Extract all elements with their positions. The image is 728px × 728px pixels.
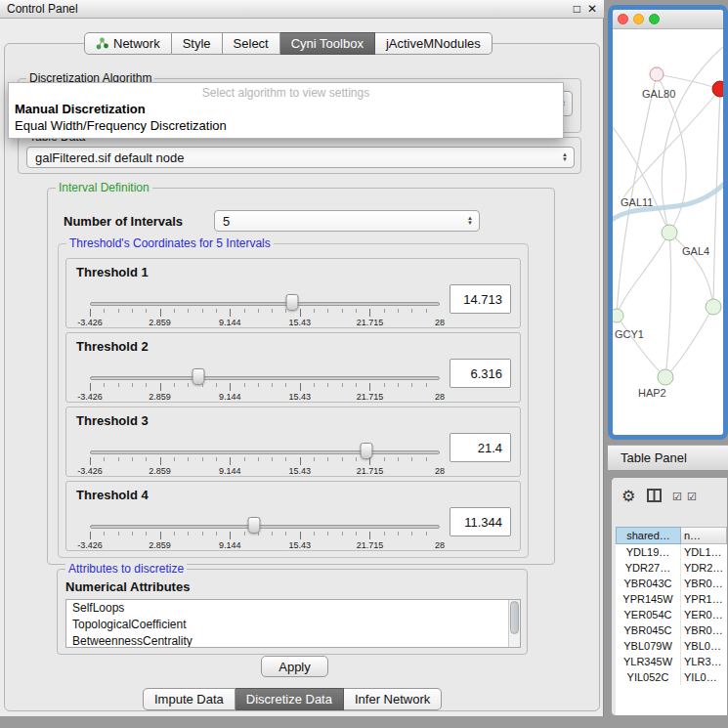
tab-label: jActiveMNodules <box>386 36 481 51</box>
threshold-3-panel: Threshold 3 -3.426 2.859 9.144 15.43 21.… <box>65 407 521 477</box>
threshold-1-slider[interactable]: -3.426 2.859 9.144 15.43 21.715 28 <box>90 294 440 327</box>
tab-discretize-data[interactable]: Discretize Data <box>236 688 344 710</box>
slider-track[interactable] <box>90 450 440 454</box>
node[interactable] <box>706 299 721 315</box>
tab-select[interactable]: Select <box>223 32 280 55</box>
thresholds-group: Threshold's Coordinates for 5 Intervals … <box>58 243 529 558</box>
list-scrollbar[interactable] <box>508 600 520 647</box>
checkbox-icon[interactable]: ☑ <box>687 491 697 503</box>
top-tabbar: Network Style Select Cyni Toolbox jActiv… <box>84 32 492 55</box>
tick-label: -3.426 <box>77 540 103 550</box>
cell[interactable]: YDR27… <box>616 560 681 576</box>
columns-icon[interactable] <box>647 489 662 502</box>
threshold-1-value-field[interactable]: 14.713 <box>450 284 511 314</box>
table-row[interactable]: YPR145WYPR1… <box>616 591 727 607</box>
node-gcy1[interactable] <box>613 309 623 322</box>
apply-button[interactable]: Apply <box>261 656 328 677</box>
cell[interactable]: YBL0… <box>681 638 727 654</box>
tick-label: 28 <box>435 392 445 402</box>
slider-track[interactable] <box>90 525 440 529</box>
tick-label: 21.715 <box>357 540 384 550</box>
list-item[interactable]: SelfLoops <box>66 600 520 617</box>
cell[interactable]: YPR145W <box>616 591 681 607</box>
numerical-attributes-list[interactable]: SelfLoops TopologicalCoefficient Between… <box>65 599 521 648</box>
table-row[interactable]: YER054CYER0… <box>616 607 727 622</box>
float-window-icon[interactable]: □ <box>574 2 580 16</box>
threshold-label: Threshold 1 <box>76 265 149 279</box>
table-data-combobox[interactable]: galFiltered.sif default node ▲▼ <box>26 147 575 168</box>
close-traffic-light[interactable] <box>618 14 628 24</box>
cell[interactable]: YDL1… <box>681 544 727 560</box>
cell[interactable]: YER054C <box>616 607 681 622</box>
number-of-intervals-combobox[interactable]: 5 ▲▼ <box>214 210 480 232</box>
threshold-3-value-field[interactable]: 21.4 <box>450 433 511 462</box>
table-row[interactable]: YBR045CYBR0… <box>616 622 727 638</box>
node-gal4[interactable] <box>662 225 677 240</box>
cell[interactable]: YLR3… <box>681 654 727 669</box>
window-title: Control Panel <box>7 2 567 16</box>
tab-network[interactable]: Network <box>84 32 172 55</box>
checkbox-icon[interactable]: ☑ <box>672 491 682 503</box>
table-data-group: Table Data galFiltered.sif default node … <box>18 137 581 174</box>
tab-label: Network <box>113 36 160 51</box>
network-canvas[interactable]: GAL80 GAL11 GAL4 GCY1 HAP2 <box>613 29 723 434</box>
slider-track[interactable] <box>90 302 440 306</box>
tick-label: 21.715 <box>357 466 384 476</box>
table-panel-header: Table Panel <box>608 445 728 471</box>
cell[interactable]: YPR1… <box>681 591 727 607</box>
table-body: YDL19…YDL1… YDR27…YDR2… YBR043CYBR0… YPR… <box>616 544 727 715</box>
tick-label: 9.144 <box>219 466 241 476</box>
tick-label: 15.43 <box>289 540 312 550</box>
dropdown-option-equal-width-frequency[interactable]: Equal Width/Frequency Discretization <box>9 117 563 134</box>
cell[interactable]: YBR045C <box>616 622 681 638</box>
zoom-traffic-light[interactable] <box>649 14 660 24</box>
minimize-traffic-light[interactable] <box>633 14 644 24</box>
tab-label: Infer Network <box>355 692 430 707</box>
cell[interactable]: YBL079W <box>616 638 681 654</box>
cell[interactable]: YIL0… <box>681 669 727 685</box>
list-item[interactable]: TopologicalCoefficient <box>66 617 520 633</box>
node-hap2[interactable] <box>658 369 673 385</box>
column-header-shared[interactable]: shared… <box>616 527 681 544</box>
tab-style[interactable]: Style <box>172 32 223 55</box>
attributes-group: Attributes to discretize Numerical Attri… <box>57 569 528 655</box>
threshold-2-slider[interactable]: -3.426 2.859 9.144 15.43 21.715 28 <box>90 368 440 402</box>
selected-red-node[interactable] <box>712 81 723 97</box>
threshold-4-value-field[interactable]: 11.344 <box>450 507 511 536</box>
cell[interactable]: YLR345W <box>616 654 681 669</box>
tab-cyni-toolbox[interactable]: Cyni Toolbox <box>280 32 375 55</box>
gear-icon[interactable]: ⚙ <box>621 487 635 505</box>
table-row[interactable]: YIL052CYIL0… <box>616 669 727 685</box>
cell[interactable]: YBR0… <box>681 622 727 638</box>
threshold-2-panel: Threshold 2 -3.426 2.859 9.144 15.43 21.… <box>65 332 521 403</box>
dropdown-option-manual-discretization[interactable]: Manual Discretization <box>9 101 563 117</box>
column-header-name[interactable]: n… <box>681 527 727 544</box>
table-row[interactable]: YBL079WYBL0… <box>616 638 727 654</box>
cell[interactable]: YBR0… <box>681 576 727 591</box>
table-row[interactable]: YDR27…YDR2… <box>616 560 727 576</box>
tab-impute-data[interactable]: Impute Data <box>143 688 236 710</box>
threshold-3-slider[interactable]: -3.426 2.859 9.144 15.43 21.715 28 <box>90 443 440 476</box>
tab-label: Cyni Toolbox <box>291 36 364 51</box>
node-label: GAL4 <box>682 245 709 257</box>
table-row[interactable]: YDL19…YDL1… <box>616 544 727 560</box>
tick-label: 2.859 <box>149 540 171 550</box>
node-labels: GAL80 GAL11 GAL4 GCY1 HAP2 <box>615 88 709 399</box>
table-row[interactable]: YLR345WYLR3… <box>616 654 727 669</box>
tab-infer-network[interactable]: Infer Network <box>344 688 442 710</box>
scrollbar-thumb[interactable] <box>510 601 519 634</box>
tab-label: Select <box>234 36 269 51</box>
table-row[interactable]: YBR043CYBR0… <box>616 576 727 591</box>
cell[interactable]: YDL19… <box>616 544 681 560</box>
slider-track[interactable] <box>90 376 440 380</box>
node-gal80[interactable] <box>650 67 664 81</box>
close-window-icon[interactable]: ✕ <box>587 2 597 16</box>
cell[interactable]: YER0… <box>681 607 727 622</box>
cell[interactable]: YDR2… <box>681 560 727 576</box>
list-item[interactable]: BetweennessCentrality <box>66 633 520 648</box>
threshold-2-value-field[interactable]: 6.316 <box>450 359 511 388</box>
cell[interactable]: YBR043C <box>616 576 681 591</box>
threshold-4-slider[interactable]: -3.426 2.859 9.144 15.43 21.715 28 <box>90 517 440 550</box>
tab-jactivemnodules[interactable]: jActiveMNodules <box>375 32 492 55</box>
cell[interactable]: YIL052C <box>616 669 681 685</box>
